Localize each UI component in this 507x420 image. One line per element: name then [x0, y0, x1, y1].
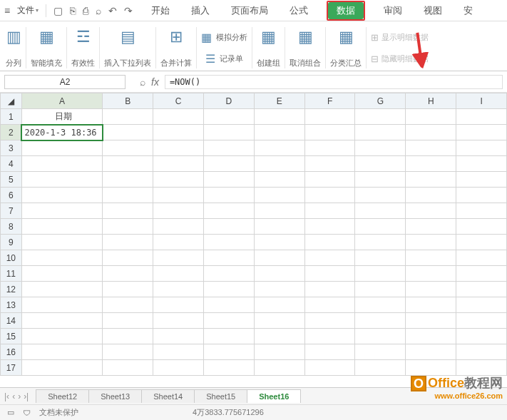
- cell[interactable]: [153, 188, 204, 203]
- cell[interactable]: [153, 125, 204, 140]
- cell[interactable]: [406, 250, 456, 266]
- cell[interactable]: [21, 329, 103, 344]
- sheet-tab[interactable]: Sheet14: [141, 389, 195, 403]
- cell[interactable]: [21, 344, 103, 360]
- cell[interactable]: [406, 235, 456, 250]
- ribbon-ungroup[interactable]: ▦ 取消组合: [285, 27, 326, 68]
- cell[interactable]: [153, 250, 204, 266]
- col-header-I[interactable]: I: [456, 93, 507, 109]
- cell[interactable]: [304, 360, 355, 376]
- cell[interactable]: [254, 313, 304, 329]
- cell[interactable]: [355, 282, 406, 297]
- cell[interactable]: [304, 140, 355, 156]
- cell[interactable]: [406, 313, 456, 329]
- row-header[interactable]: 7: [1, 203, 22, 219]
- cell[interactable]: [254, 297, 304, 313]
- cell[interactable]: [406, 266, 456, 282]
- cell[interactable]: [406, 140, 456, 156]
- sheet-tab-active[interactable]: Sheet16: [247, 389, 301, 403]
- row-header[interactable]: 16: [1, 344, 22, 360]
- cell[interactable]: [204, 203, 255, 219]
- row-header[interactable]: 5: [1, 172, 22, 188]
- cell[interactable]: [355, 297, 406, 313]
- cell[interactable]: [153, 156, 204, 172]
- row-header[interactable]: 4: [1, 156, 22, 172]
- cancel-formula-icon[interactable]: ⌕: [140, 76, 145, 88]
- cell[interactable]: [204, 250, 255, 266]
- print-icon[interactable]: ⎙: [83, 5, 88, 16]
- cell[interactable]: [254, 266, 304, 282]
- cell[interactable]: [103, 156, 153, 172]
- ribbon-subtotal[interactable]: ▦ 分类汇总: [326, 27, 367, 68]
- cell[interactable]: [355, 360, 406, 376]
- cell[interactable]: [21, 140, 103, 156]
- sheet-tab[interactable]: Sheet15: [194, 389, 247, 403]
- cell[interactable]: [355, 250, 406, 266]
- cell[interactable]: [406, 156, 456, 172]
- cell[interactable]: [153, 313, 204, 329]
- row-header[interactable]: 14: [1, 313, 22, 329]
- cell[interactable]: [456, 250, 507, 266]
- col-header-H[interactable]: H: [406, 93, 456, 109]
- cell[interactable]: [103, 235, 153, 250]
- cell[interactable]: [304, 109, 355, 125]
- cell[interactable]: [204, 282, 255, 297]
- cell[interactable]: [21, 203, 103, 219]
- tab-review[interactable]: 审阅: [381, 3, 405, 19]
- row-header[interactable]: 2: [1, 125, 22, 140]
- cell[interactable]: [204, 329, 255, 344]
- cell[interactable]: [204, 297, 255, 313]
- cell[interactable]: [254, 188, 304, 203]
- cell[interactable]: [204, 344, 255, 360]
- cell[interactable]: [103, 219, 153, 235]
- cell[interactable]: [406, 329, 456, 344]
- ribbon-simulation[interactable]: ▦ 模拟分析 ☰ 记录单: [197, 27, 252, 68]
- cell[interactable]: [254, 203, 304, 219]
- cell[interactable]: [254, 109, 304, 125]
- preview-icon[interactable]: ⌕: [96, 5, 101, 16]
- row-header[interactable]: 15: [1, 329, 22, 344]
- col-header-F[interactable]: F: [304, 93, 355, 109]
- cell[interactable]: [103, 282, 153, 297]
- cell[interactable]: [21, 188, 103, 203]
- undo-icon[interactable]: ↶: [108, 5, 117, 16]
- cell[interactable]: [153, 109, 204, 125]
- cell[interactable]: [254, 360, 304, 376]
- col-header-A[interactable]: A: [21, 93, 103, 109]
- sheet-tab[interactable]: Sheet13: [88, 389, 142, 403]
- row-header[interactable]: 17: [1, 360, 22, 376]
- cell[interactable]: [204, 219, 255, 235]
- cell[interactable]: [456, 282, 507, 297]
- cell[interactable]: [103, 344, 153, 360]
- cell[interactable]: [103, 329, 153, 344]
- file-menu[interactable]: 文件 ▾: [14, 4, 41, 16]
- cell[interactable]: [355, 188, 406, 203]
- cell[interactable]: [304, 344, 355, 360]
- cell[interactable]: [304, 203, 355, 219]
- cell[interactable]: [254, 172, 304, 188]
- select-all-corner[interactable]: ◢: [1, 93, 22, 109]
- cell[interactable]: [304, 125, 355, 140]
- cell[interactable]: [355, 313, 406, 329]
- cell[interactable]: [406, 344, 456, 360]
- cell[interactable]: [456, 203, 507, 219]
- cell[interactable]: [355, 109, 406, 125]
- cell[interactable]: [103, 266, 153, 282]
- cell[interactable]: [456, 235, 507, 250]
- cell[interactable]: [456, 140, 507, 156]
- cell-A1[interactable]: 日期: [21, 109, 103, 125]
- cell[interactable]: [406, 109, 456, 125]
- cell[interactable]: [204, 109, 255, 125]
- cell[interactable]: [153, 360, 204, 376]
- cell[interactable]: [153, 282, 204, 297]
- cell[interactable]: [153, 344, 204, 360]
- cell[interactable]: [153, 329, 204, 344]
- cell[interactable]: [304, 250, 355, 266]
- col-header-B[interactable]: B: [103, 93, 153, 109]
- cell[interactable]: [204, 188, 255, 203]
- row-header[interactable]: 11: [1, 266, 22, 282]
- col-header-G[interactable]: G: [355, 93, 406, 109]
- tab-formula[interactable]: 公式: [287, 3, 311, 19]
- tab-insert[interactable]: 插入: [188, 3, 212, 19]
- cell[interactable]: [355, 344, 406, 360]
